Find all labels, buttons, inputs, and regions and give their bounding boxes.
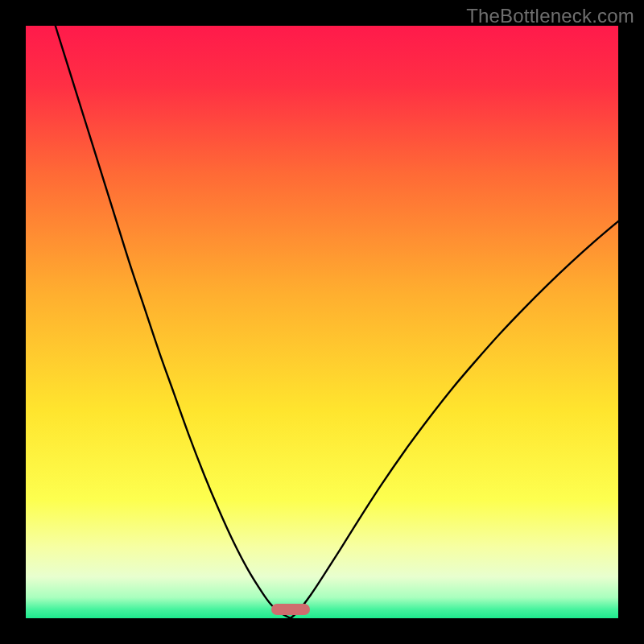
watermark-text: TheBottleneck.com bbox=[466, 5, 634, 27]
optimal-marker bbox=[271, 604, 310, 615]
curve-right-branch bbox=[291, 221, 618, 618]
curve-left-branch bbox=[56, 26, 291, 618]
curve-layer bbox=[0, 0, 644, 644]
chart-frame: TheBottleneck.com bbox=[0, 0, 644, 644]
